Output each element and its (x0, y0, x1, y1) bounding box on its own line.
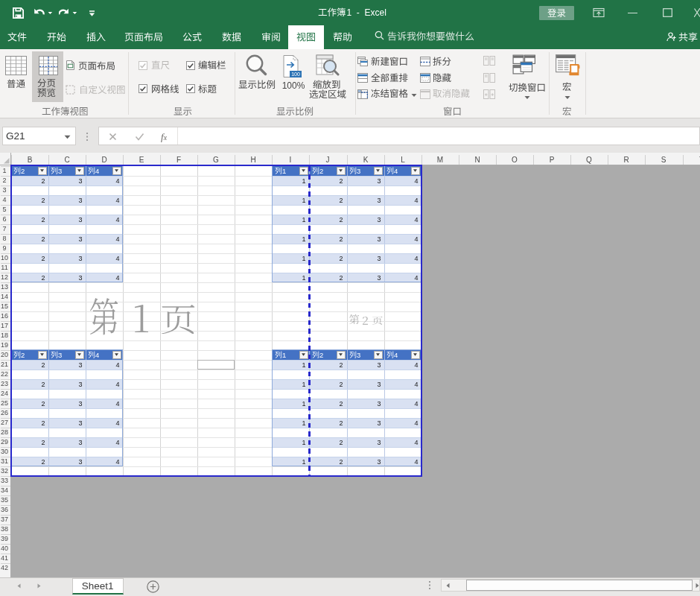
svg-text:100: 100 (291, 72, 300, 77)
